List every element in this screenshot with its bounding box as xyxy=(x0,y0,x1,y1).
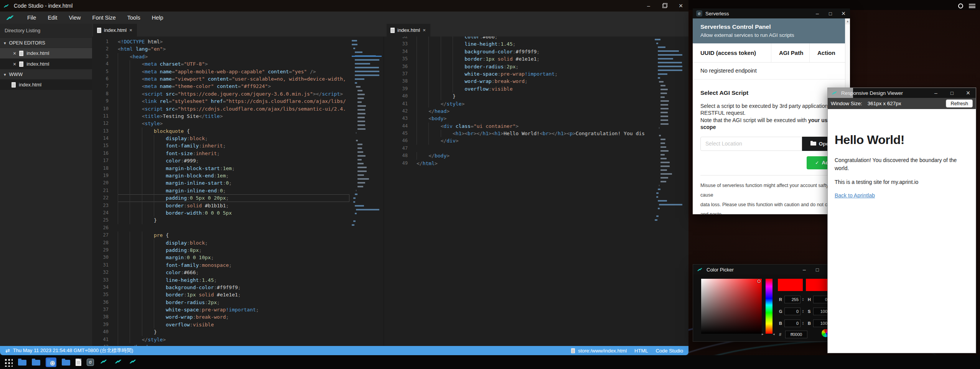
code-line: </head> xyxy=(417,108,652,115)
code-line: } xyxy=(118,217,349,224)
saturation-value-area[interactable] xyxy=(701,279,762,334)
scroll-up-icon[interactable]: ▲ xyxy=(845,18,850,24)
code-studio-1-icon[interactable] xyxy=(99,357,109,367)
title-bar[interactable]: Code Studio - index.html xyxy=(0,0,688,12)
sidebar-item-index.html[interactable]: index.html xyxy=(0,48,92,58)
menu-view[interactable]: View xyxy=(63,13,86,23)
rgb-input-b[interactable] xyxy=(784,319,800,327)
hex-input[interactable] xyxy=(785,331,807,338)
minimap-line xyxy=(660,150,669,152)
folder-3-icon[interactable] xyxy=(62,360,70,366)
restore-icon[interactable] xyxy=(662,3,668,9)
minimap-area[interactable] xyxy=(349,38,384,346)
refresh-button[interactable]: Refresh xyxy=(946,99,973,108)
code-line: <meta charset="UTF-8"> xyxy=(118,60,349,68)
menu-edit[interactable]: Edit xyxy=(42,13,63,23)
status-language[interactable]: HTML xyxy=(634,348,648,354)
sidebar-section-www[interactable]: WWW xyxy=(0,69,92,79)
sv-selector-ring[interactable] xyxy=(757,280,761,283)
rgb-input-r[interactable] xyxy=(784,296,800,303)
menu-tools[interactable]: Tools xyxy=(122,13,146,23)
close-icon[interactable] xyxy=(13,50,16,56)
maximize-icon[interactable] xyxy=(827,10,833,17)
tab-close-icon[interactable] xyxy=(129,27,132,33)
code-line: padding:0 5px 0 20px; xyxy=(118,194,349,202)
close-icon[interactable] xyxy=(678,3,684,9)
hsb-input-b[interactable] xyxy=(813,319,829,327)
script-location-input[interactable] xyxy=(700,137,802,151)
serverless-window-title: Serverless xyxy=(705,11,729,17)
code-content[interactable]: color:#666; line-height:1.45; background… xyxy=(417,36,652,167)
minimize-icon[interactable] xyxy=(646,3,652,9)
close-icon[interactable] xyxy=(840,10,847,17)
line-number: 28 xyxy=(92,239,109,247)
stepper-icon[interactable] xyxy=(801,309,805,313)
folder-2-icon[interactable] xyxy=(32,360,40,366)
maximize-icon[interactable] xyxy=(814,266,820,273)
field-label: G xyxy=(779,309,784,314)
hsb-input-h[interactable] xyxy=(813,296,829,303)
editor-pane-1[interactable]: 1234567891011121314151617181920212223242… xyxy=(92,36,384,346)
menu-font-size[interactable]: Font Size xyxy=(87,13,122,23)
minimap-line xyxy=(659,135,661,136)
minimap-line xyxy=(656,215,659,217)
code-line: <div class="ui container"> xyxy=(417,122,652,130)
sidebar-section-open-editors[interactable]: OPEN EDITORS xyxy=(0,38,92,48)
minimize-icon[interactable] xyxy=(933,90,939,96)
menu-file[interactable]: File xyxy=(21,13,42,23)
text-document-icon[interactable] xyxy=(76,359,81,366)
code-line: line-height:1.45; xyxy=(417,40,652,48)
code-studio-2-icon[interactable] xyxy=(114,357,123,367)
stepper-icon[interactable] xyxy=(801,298,805,301)
taskbar xyxy=(0,355,980,369)
rdv-title-bar[interactable]: Responsive Design Viewer xyxy=(828,88,976,98)
line-number: 2 xyxy=(92,45,109,53)
rgb-fields: RGB xyxy=(779,296,805,331)
minimap-line xyxy=(357,163,364,164)
minimap-line xyxy=(660,119,668,121)
current-color-swatch[interactable] xyxy=(778,279,803,291)
sidebar-item-index.html[interactable]: index.html xyxy=(0,79,92,90)
minimap-area[interactable] xyxy=(652,36,688,167)
rgb-input-g[interactable] xyxy=(784,308,800,315)
line-number: 48 xyxy=(384,152,408,159)
minimize-icon[interactable] xyxy=(801,266,807,273)
tab-close-icon[interactable] xyxy=(423,27,426,33)
tab-index-html-pane1[interactable]: index.html xyxy=(93,24,137,36)
stepper-icon[interactable] xyxy=(801,321,805,325)
color-picker-title-bar[interactable]: Color Picker xyxy=(693,265,842,275)
minimap-line xyxy=(658,200,667,202)
code-line: </body> xyxy=(417,152,652,159)
app-launcher-icon[interactable] xyxy=(4,358,13,367)
code-line: background-color:#f9f9f9; xyxy=(417,48,652,55)
hsb-input-s[interactable] xyxy=(813,308,829,315)
editor-pane-2[interactable]: 323334353637383940414243444546474849 col… xyxy=(384,36,688,346)
tab-index-html-pane2[interactable]: index.html xyxy=(387,24,430,36)
code-line: border:1px solid #e1e1e1; xyxy=(417,55,652,63)
line-number: 39 xyxy=(92,321,109,328)
hamburger-menu-icon[interactable] xyxy=(969,4,975,8)
close-icon[interactable] xyxy=(965,90,971,96)
minimize-icon[interactable] xyxy=(814,10,820,17)
sidebar: Directory Listing OPEN EDITORSindex.html… xyxy=(0,24,92,346)
hue-slider[interactable] xyxy=(766,279,772,334)
minimap-line xyxy=(357,178,369,180)
back-to-aprintlab-link[interactable]: Back to Aprintlab xyxy=(835,192,875,199)
code-content[interactable]: <!DOCTYPE html><html lang="en"> <head> <… xyxy=(118,38,349,346)
sidebar-item-index.html[interactable]: index.html xyxy=(0,59,92,69)
code-studio-3-icon[interactable] xyxy=(128,357,138,367)
folder-1-icon[interactable] xyxy=(18,360,26,366)
maximize-icon[interactable] xyxy=(949,90,955,96)
line-number: 36 xyxy=(92,299,109,306)
folder-disc-icon[interactable] xyxy=(46,357,56,367)
status-ring-icon[interactable] xyxy=(958,3,963,8)
line-number: 13 xyxy=(92,127,109,135)
line-number: 42 xyxy=(92,343,109,346)
serverless-title-bar[interactable]: Serverless xyxy=(693,8,850,18)
minimap-line xyxy=(357,109,365,111)
serverless-app-icon[interactable] xyxy=(87,359,94,366)
minimap-line xyxy=(659,185,659,186)
column-header-action: Action xyxy=(810,43,842,62)
close-icon[interactable] xyxy=(13,61,16,67)
menu-help[interactable]: Help xyxy=(146,13,169,23)
